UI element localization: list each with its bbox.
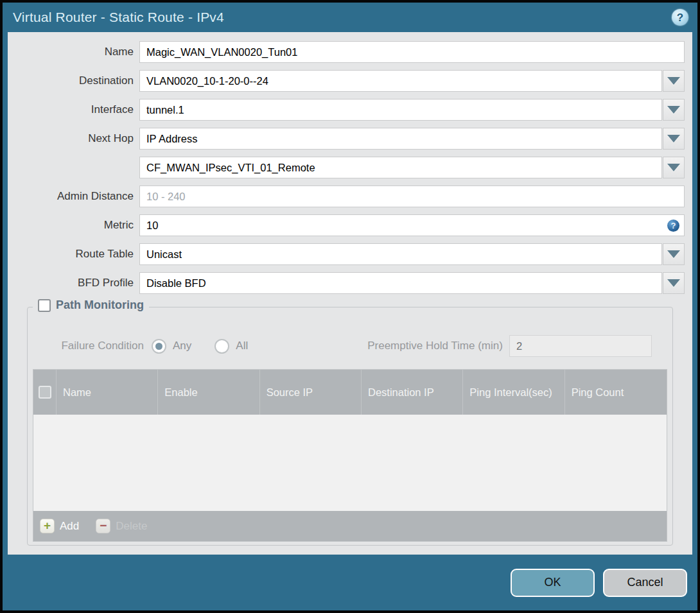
cancel-button[interactable]: Cancel	[603, 569, 687, 597]
bfd-profile-label: BFD Profile	[15, 277, 139, 289]
dialog-titlebar: Virtual Router - Static Route - IPv4 ?	[3, 3, 697, 32]
metric-row: Metric ?	[15, 214, 685, 236]
interface-label: Interface	[15, 103, 139, 116]
table-footer: + Add − Delete	[33, 511, 667, 541]
destination-row: Destination	[15, 70, 685, 92]
path-monitoring-checkbox[interactable]	[38, 299, 51, 312]
next-hop-type-dropdown-button[interactable]	[663, 128, 685, 150]
interface-dropdown-button[interactable]	[663, 99, 685, 121]
column-header-destination-ip[interactable]: Destination IP	[362, 370, 463, 415]
admin-distance-input[interactable]	[139, 186, 685, 207]
delete-button-label: Delete	[116, 520, 147, 533]
failure-condition-all-radio[interactable]	[214, 339, 229, 354]
chevron-down-icon	[667, 77, 680, 85]
add-icon: +	[40, 519, 55, 533]
admin-distance-label: Admin Distance	[15, 190, 139, 203]
column-header-ping-count[interactable]: Ping Count	[565, 370, 667, 415]
column-header-source-ip[interactable]: Source IP	[260, 370, 362, 415]
metric-help-icon[interactable]: ?	[667, 220, 679, 232]
interface-row: Interface	[15, 99, 685, 121]
static-route-dialog: Virtual Router - Static Route - IPv4 ? N…	[0, 0, 700, 613]
route-table-row: Route Table	[15, 243, 685, 265]
add-button-label: Add	[60, 520, 79, 533]
dialog-content: Name Destination Interface	[8, 32, 692, 555]
chevron-down-icon	[667, 250, 680, 258]
metric-label: Metric	[15, 219, 139, 232]
column-header-enable[interactable]: Enable	[158, 370, 259, 415]
failure-condition-all-label: All	[236, 340, 248, 352]
next-hop-type-input[interactable]	[139, 128, 662, 150]
name-row: Name	[15, 41, 685, 63]
preemptive-hold-time-input[interactable]	[509, 335, 652, 357]
failure-condition-any-label: Any	[173, 340, 191, 352]
path-monitoring-title: Path Monitoring	[56, 298, 144, 312]
destination-dropdown-button[interactable]	[663, 70, 685, 92]
bfd-profile-input[interactable]	[139, 272, 662, 294]
add-button[interactable]: + Add	[40, 519, 79, 533]
failure-condition-any-radio[interactable]	[152, 339, 166, 354]
path-monitoring-group: Path Monitoring Failure Condition Any Al…	[27, 307, 673, 546]
dialog-title: Virtual Router - Static Route - IPv4	[13, 10, 672, 25]
failure-condition-label: Failure Condition	[33, 340, 152, 352]
help-icon[interactable]: ?	[672, 9, 688, 26]
route-table-dropdown-button[interactable]	[663, 243, 685, 265]
name-label: Name	[15, 46, 139, 58]
next-hop-address-row	[15, 157, 685, 178]
failure-condition-row: Failure Condition Any All Preemptive Hol…	[33, 334, 667, 358]
table-header: Name Enable Source IP Destination IP Pin…	[33, 370, 667, 415]
chevron-down-icon	[667, 135, 680, 142]
delete-button[interactable]: − Delete	[96, 519, 147, 533]
admin-distance-row: Admin Distance	[15, 186, 685, 207]
column-header-ping-interval[interactable]: Ping Interval(sec)	[463, 370, 564, 415]
metric-input[interactable]	[139, 214, 685, 236]
bfd-profile-row: BFD Profile	[15, 272, 685, 294]
chevron-down-icon	[667, 164, 680, 171]
next-hop-address-input[interactable]	[139, 157, 662, 178]
path-monitoring-table: Name Enable Source IP Destination IP Pin…	[33, 369, 667, 542]
ok-button[interactable]: OK	[511, 569, 595, 597]
next-hop-label: Next Hop	[15, 132, 139, 145]
destination-input[interactable]	[139, 70, 662, 92]
chevron-down-icon	[667, 106, 680, 114]
next-hop-address-dropdown-button[interactable]	[663, 157, 685, 178]
delete-icon: −	[96, 519, 110, 533]
table-body-empty	[33, 415, 667, 511]
path-monitoring-legend: Path Monitoring	[33, 298, 149, 312]
preemptive-hold-time-label: Preemptive Hold Time (min)	[367, 340, 509, 352]
select-all-checkbox[interactable]	[39, 386, 51, 399]
route-table-input[interactable]	[139, 243, 662, 265]
name-input[interactable]	[139, 41, 685, 63]
column-header-name[interactable]: Name	[57, 370, 158, 415]
route-table-label: Route Table	[15, 248, 139, 261]
next-hop-row: Next Hop	[15, 128, 685, 150]
destination-label: Destination	[15, 74, 139, 87]
dialog-footer: OK Cancel	[3, 555, 697, 610]
interface-input[interactable]	[139, 99, 662, 121]
bfd-profile-dropdown-button[interactable]	[663, 272, 685, 294]
chevron-down-icon	[667, 279, 680, 287]
